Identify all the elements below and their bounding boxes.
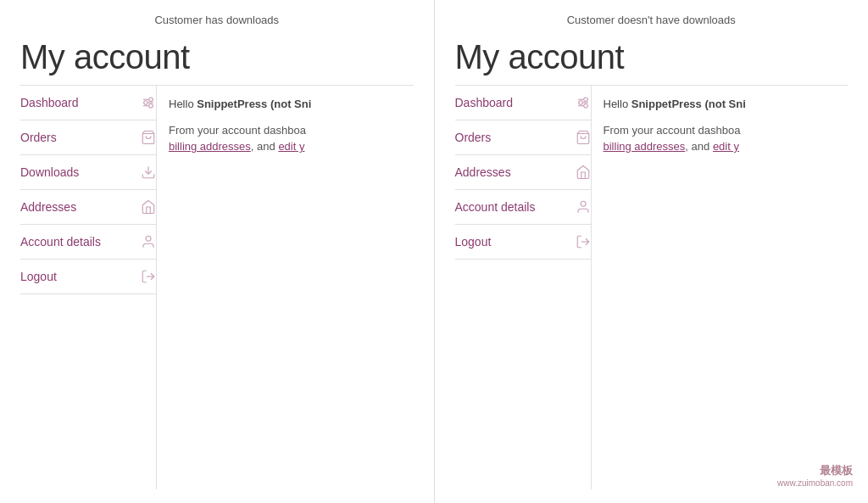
content-area: Hello SnippetPress (not SniFrom your acc… <box>156 86 414 489</box>
nav-item-account-details[interactable]: Account details <box>20 225 156 260</box>
billing-link[interactable]: billing addresses <box>169 140 251 153</box>
svg-point-14 <box>583 98 587 102</box>
nav-item-label: Logout <box>455 235 492 249</box>
logout-icon <box>576 234 591 249</box>
nav-item-label: Logout <box>20 270 57 283</box>
svg-point-2 <box>149 104 153 109</box>
svg-point-23 <box>581 201 586 206</box>
nav-content-wrapper: DashboardOrdersAddressesAccount detailsL… <box>455 86 849 489</box>
nav-item-label: Orders <box>20 131 57 144</box>
nav-item-label: Addresses <box>20 200 76 214</box>
nav-item-label: Dashboard <box>455 96 514 109</box>
nav-item-label: Account details <box>20 235 101 249</box>
svg-point-0 <box>144 101 148 105</box>
nav-item-downloads[interactable]: Downloads <box>20 155 156 190</box>
nav-item-label: Account details <box>455 200 536 214</box>
orders-icon <box>141 130 156 145</box>
orders-icon <box>576 130 591 145</box>
panel-label: Customer doesn't have downloads <box>455 14 849 26</box>
nav-item-dashboard[interactable]: Dashboard <box>20 86 156 120</box>
dashboard-icon <box>141 95 156 110</box>
nav-item-addresses[interactable]: Addresses <box>20 190 156 225</box>
desc-text: From your account dashboabilling address… <box>169 122 402 155</box>
nav-item-label: Downloads <box>20 165 79 179</box>
nav-item-label: Dashboard <box>20 96 79 109</box>
addresses-icon <box>576 165 591 180</box>
svg-point-11 <box>146 236 151 241</box>
nav-content-wrapper: DashboardOrdersDownloadsAddressesAccount… <box>20 86 414 489</box>
edit-link[interactable]: edit y <box>278 140 304 153</box>
desc-text: From your account dashboabilling address… <box>604 122 837 155</box>
username: SnippetPress (not Sni <box>632 98 746 110</box>
nav-item-label: Orders <box>455 131 492 144</box>
nav-menu: DashboardOrdersDownloadsAddressesAccount… <box>20 86 156 489</box>
downloads-icon <box>141 165 156 180</box>
nav-item-addresses[interactable]: Addresses <box>455 155 591 190</box>
watermark: 最模板 www.zuimoban.com <box>777 463 853 488</box>
billing-link[interactable]: billing addresses <box>604 140 686 153</box>
nav-item-account-details[interactable]: Account details <box>455 190 591 225</box>
hello-text: Hello SnippetPress (not Sni <box>604 96 837 114</box>
panel-label: Customer has downloads <box>20 14 414 26</box>
svg-point-13 <box>578 101 582 105</box>
nav-menu: DashboardOrdersAddressesAccount detailsL… <box>455 86 591 489</box>
edit-link[interactable]: edit y <box>713 140 739 153</box>
page-title: My account <box>20 38 414 76</box>
hello-text: Hello SnippetPress (not Sni <box>169 96 402 114</box>
addresses-icon <box>141 199 156 215</box>
nav-item-orders[interactable]: Orders <box>20 120 156 155</box>
nav-item-logout[interactable]: Logout <box>20 260 156 294</box>
dashboard-icon <box>576 95 591 110</box>
panel-without-downloads: Customer doesn't have downloadsMy accoun… <box>435 0 869 503</box>
svg-point-1 <box>149 98 153 102</box>
watermark-line1: 最模板 <box>777 463 853 478</box>
panel-with-downloads: Customer has downloadsMy accountDashboar… <box>0 0 434 503</box>
svg-point-15 <box>583 104 587 109</box>
content-area: Hello SnippetPress (not SniFrom your acc… <box>591 86 849 489</box>
account-details-icon <box>576 199 591 215</box>
nav-item-logout[interactable]: Logout <box>455 225 591 260</box>
watermark-line2: www.zuimoban.com <box>777 478 853 488</box>
account-details-icon <box>141 234 156 249</box>
logout-icon <box>141 269 156 284</box>
username: SnippetPress (not Sni <box>197 98 311 110</box>
nav-item-orders[interactable]: Orders <box>455 120 591 155</box>
nav-item-label: Addresses <box>455 165 511 179</box>
page-title: My account <box>455 38 849 76</box>
nav-item-dashboard[interactable]: Dashboard <box>455 86 591 120</box>
